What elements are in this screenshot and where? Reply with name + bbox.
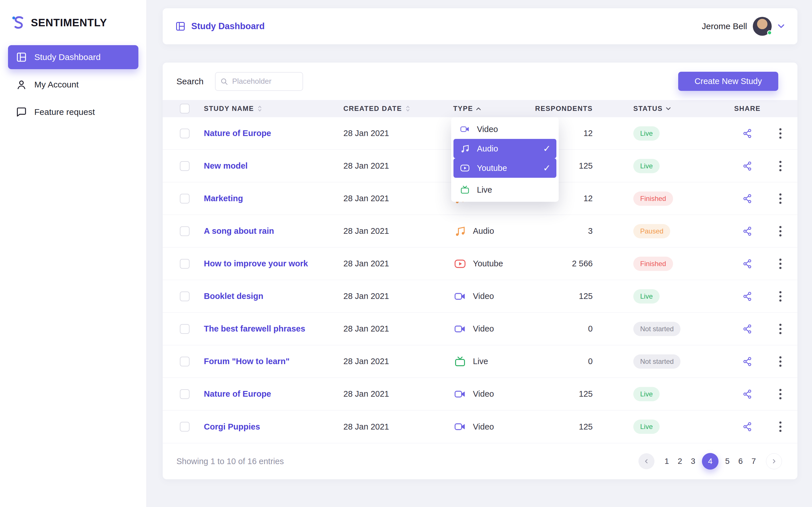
kebab-menu-icon[interactable] [779,389,782,400]
study-name-link[interactable]: Nature of Europe [204,389,271,399]
sort-icon[interactable] [405,105,410,113]
kebab-menu-icon[interactable] [779,128,782,139]
kebab-menu-icon[interactable] [779,161,782,171]
type-icon [459,184,471,195]
study-name-link[interactable]: Nature of Europe [204,129,271,138]
share-icon[interactable] [743,129,752,138]
page-button[interactable]: 6 [736,453,745,469]
sort-icon[interactable] [257,105,262,113]
row-checkbox[interactable] [180,422,190,432]
type-label: Live [473,357,488,366]
kebab-menu-icon[interactable] [779,324,782,334]
chevron-up-icon[interactable] [476,107,481,111]
status-badge: Not started [633,322,681,336]
kebab-menu-icon[interactable] [779,226,782,237]
column-share: SHARE [732,105,763,113]
chevron-down-icon[interactable] [666,107,671,111]
share-icon[interactable] [743,389,752,399]
share-icon[interactable] [743,194,752,204]
avatar[interactable] [753,17,772,36]
option-label: Audio [477,144,498,154]
study-name-link[interactable]: Marketing [204,194,243,203]
table-row: Booklet design 28 Jan 2021 Video 125 Liv… [163,280,798,313]
table-row: The best farewell phrases 28 Jan 2021 Vi… [163,313,798,345]
page-button[interactable]: 5 [723,453,732,469]
select-all-checkbox[interactable] [180,104,190,113]
column-label: STUDY NAME [204,105,254,113]
chevron-down-icon[interactable] [777,22,785,30]
sidebar-item-study-dashboard[interactable]: Study Dashboard [8,45,139,69]
type-label: Video [473,291,494,301]
kebab-menu-icon[interactable] [779,291,782,302]
type-icon [459,162,471,174]
row-checkbox[interactable] [180,259,190,269]
kebab-menu-icon[interactable] [779,421,782,432]
next-page-button[interactable] [766,453,782,469]
search-icon [220,77,228,86]
row-checkbox[interactable] [180,324,190,334]
page-button[interactable]: 7 [749,453,758,469]
user-menu[interactable]: Jerome Bell [702,17,785,36]
dropdown-option-youtube[interactable]: Youtube ✓ [453,158,556,178]
type-label: Video [473,422,494,432]
kebab-menu-icon[interactable] [779,258,782,269]
study-name-link[interactable]: Booklet design [204,291,263,301]
type-icon [453,420,467,434]
row-checkbox[interactable] [180,357,190,367]
study-name-link[interactable]: The best farewell phrases [204,324,305,334]
option-label: Youtube [477,164,507,173]
page-button[interactable]: 4 [702,453,718,469]
type-cell: Video [451,289,537,303]
page-button[interactable]: 3 [689,453,697,469]
dropdown-option-video[interactable]: Video ✓ [453,119,556,139]
page-title-group: Study Dashboard [175,21,265,32]
check-icon: ✓ [543,143,551,154]
share-icon[interactable] [743,259,752,269]
column-respondents[interactable]: RESPONDENTS [537,105,594,113]
row-checkbox[interactable] [180,226,190,236]
row-checkbox[interactable] [180,291,190,301]
row-checkbox[interactable] [180,129,190,138]
share-icon[interactable] [743,324,752,334]
search-input[interactable] [215,72,303,91]
page-button[interactable]: 1 [662,453,671,469]
share-icon[interactable] [743,422,752,432]
share-icon[interactable] [743,357,752,367]
dropdown-option-live[interactable]: Live ✓ [453,180,556,200]
row-checkbox[interactable] [180,161,190,171]
create-new-study-button[interactable]: Create New Study [678,72,778,91]
previous-page-button[interactable] [639,453,654,469]
study-name-link[interactable]: A song about rain [204,226,274,236]
column-label: RESPONDENTS [535,105,593,113]
sidebar-item-my-account[interactable]: My Account [8,72,139,97]
share-icon[interactable] [743,226,752,236]
column-status[interactable]: STATUS [594,105,732,113]
type-cell: Video [451,322,537,336]
kebab-menu-icon[interactable] [779,193,782,204]
dropdown-option-audio[interactable]: Audio ✓ [453,139,556,158]
studies-panel: Search Create New Study STUDY NAME CREAT… [163,63,798,479]
brand-logo-icon [10,15,26,31]
column-study-name[interactable]: STUDY NAME [200,105,340,113]
share-icon[interactable] [743,161,752,171]
created-date: 28 Jan 2021 [340,259,451,268]
row-checkbox[interactable] [180,194,190,204]
type-label: Audio [473,226,494,236]
row-checkbox[interactable] [180,389,190,399]
column-type[interactable]: TYPE [451,105,537,113]
study-name-link[interactable]: Corgi Puppies [204,422,260,432]
type-cell: Youtube [451,257,537,270]
type-icon [453,322,467,336]
study-name-link[interactable]: How to improve your work [204,259,308,268]
column-label: SHARE [734,105,761,113]
study-name-link[interactable]: New model [204,161,248,171]
page-button[interactable]: 2 [675,453,684,469]
column-created-date[interactable]: CREATED DATE [340,105,451,113]
kebab-menu-icon[interactable] [779,356,782,367]
study-name-link[interactable]: Forum "How to learn" [204,357,290,366]
share-icon[interactable] [743,291,752,301]
user-icon [16,79,27,90]
sidebar-item-feature-request[interactable]: Feature request [8,100,139,124]
audio-icon [460,144,470,154]
youtube-icon [460,163,470,173]
